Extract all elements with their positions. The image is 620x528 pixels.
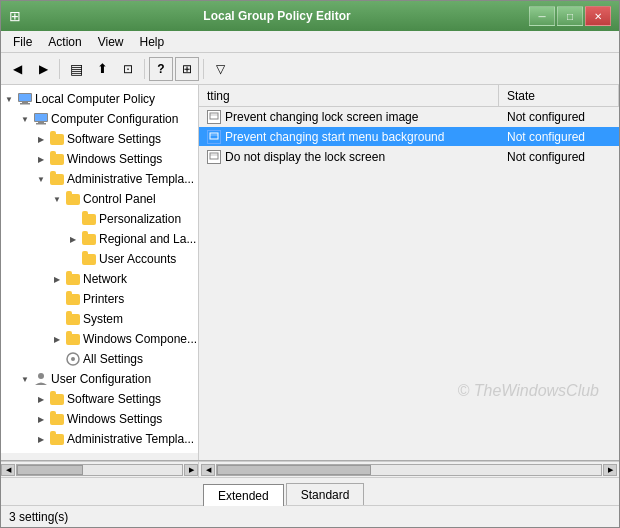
network-label: Network [83,272,127,286]
row2-state: Not configured [499,130,619,144]
help-button[interactable]: ? [149,57,173,81]
left-scroll-right[interactable]: ▶ [184,464,198,476]
control-panel-expander[interactable]: ▼ [49,191,65,207]
watermark: © TheWindowsClub [458,382,599,400]
user-config-expander[interactable]: ▼ [17,371,33,387]
user-accounts-icon [81,251,97,267]
right-panel-container: tting State Prevent changing lock scree [199,85,619,460]
tree-item-user-config[interactable]: ▼ User Configuration [1,369,198,389]
software-1-label: Software Settings [67,132,161,146]
menu-help[interactable]: Help [132,31,173,53]
tree-item-personalization[interactable]: ▶ Personalization [1,209,198,229]
svg-point-10 [38,373,44,379]
computer-config-icon [33,111,49,127]
windows-2-icon [49,411,65,427]
tree-item-printers[interactable]: ▶ Printers [1,289,198,309]
windows-1-expander[interactable]: ▶ [33,151,49,167]
row2-icon [207,130,221,144]
list-header: tting State [199,85,619,107]
computer-config-expander[interactable]: ▼ [17,111,33,127]
network-expander[interactable]: ▶ [49,271,65,287]
regional-expander[interactable]: ▶ [65,231,81,247]
forward-button[interactable]: ▶ [31,57,55,81]
windows-2-expander[interactable]: ▶ [33,411,49,427]
printers-icon [65,291,81,307]
tree-item-admin-2[interactable]: ▶ Administrative Templa... [1,429,198,449]
menu-file[interactable]: File [5,31,40,53]
system-label: System [83,312,123,326]
right-hscroll[interactable]: ◀ ▶ [199,461,619,477]
bottom-scrollbar-area: ◀ ▶ ◀ ▶ [1,460,619,477]
right-scroll-track[interactable] [216,464,602,476]
list-row[interactable]: Prevent changing start menu background N… [199,127,619,147]
row3-icon [207,150,221,164]
row1-setting: Prevent changing lock screen image [199,110,499,124]
root-expander[interactable]: ▼ [1,91,17,107]
user-accounts-label: User Accounts [99,252,176,266]
list-row[interactable]: Do not display the lock screen Not confi… [199,147,619,167]
tree-item-all-settings[interactable]: ▶ All Settings [1,349,198,369]
admin-1-expander[interactable]: ▼ [33,171,49,187]
left-scroll-thumb[interactable] [17,465,83,475]
close-button[interactable]: ✕ [585,6,611,26]
win-components-label: Windows Compone... [83,332,197,346]
list-view[interactable]: Prevent changing lock screen image Not c… [199,107,619,460]
tree-item-control-panel[interactable]: ▼ Control Panel [1,189,198,209]
software-1-expander[interactable]: ▶ [33,131,49,147]
tree-item-win-components[interactable]: ▶ Windows Compone... [1,329,198,349]
tab-extended[interactable]: Extended [203,484,284,506]
left-scroll-left[interactable]: ◀ [1,464,15,476]
show-hide-button[interactable]: ▤ [64,57,88,81]
toolbar-sep-2 [144,59,145,79]
personalization-icon [81,211,97,227]
tree-panel[interactable]: ▼ Local Computer Policy ▼ [1,85,199,453]
right-scroll-left[interactable]: ◀ [201,464,215,476]
software-2-expander[interactable]: ▶ [33,391,49,407]
menu-view[interactable]: View [90,31,132,53]
state-column-header[interactable]: State [499,85,619,106]
tree-item-user-accounts[interactable]: ▶ User Accounts [1,249,198,269]
admin-2-expander[interactable]: ▶ [33,431,49,447]
up-button[interactable]: ⬆ [90,57,114,81]
setting-column-header[interactable]: tting [199,85,499,106]
maximize-button[interactable]: □ [557,6,583,26]
tree-root[interactable]: ▼ Local Computer Policy [1,89,198,109]
browse-button[interactable]: ⊡ [116,57,140,81]
left-scroll-track[interactable] [16,464,183,476]
win-components-expander[interactable]: ▶ [49,331,65,347]
title-bar: ⊞ Local Group Policy Editor ─ □ ✕ [1,1,619,31]
software-1-icon [49,131,65,147]
left-hscroll[interactable]: ◀ ▶ [1,461,199,477]
svg-rect-6 [38,122,44,123]
row3-state: Not configured [499,150,619,164]
tree-item-network[interactable]: ▶ Network [1,269,198,289]
right-scroll-right[interactable]: ▶ [603,464,617,476]
row1-icon [207,110,221,124]
svg-rect-1 [19,94,31,101]
svg-rect-3 [20,103,30,105]
tree-item-windows-2[interactable]: ▶ Windows Settings [1,409,198,429]
tree-item-admin-1[interactable]: ▼ Administrative Templa... [1,169,198,189]
toolbar: ◀ ▶ ▤ ⬆ ⊡ ? ⊞ ▽ [1,53,619,85]
tree-item-windows-1[interactable]: ▶ Windows Settings [1,149,198,169]
row3-setting: Do not display the lock screen [199,150,499,164]
tree-item-regional[interactable]: ▶ Regional and La... [1,229,198,249]
admin-1-icon [49,171,65,187]
tree-item-software-1[interactable]: ▶ Software Settings [1,129,198,149]
system-icon [65,311,81,327]
user-config-icon [33,371,49,387]
back-button[interactable]: ◀ [5,57,29,81]
window-controls: ─ □ ✕ [529,6,611,26]
filter-button[interactable]: ▽ [208,57,232,81]
win-components-icon [65,331,81,347]
tree-item-computer-config[interactable]: ▼ Computer Configuration [1,109,198,129]
menu-action[interactable]: Action [40,31,89,53]
status-text: 3 setting(s) [9,510,68,524]
properties-button[interactable]: ⊞ [175,57,199,81]
tree-item-system[interactable]: ▶ System [1,309,198,329]
right-scroll-thumb[interactable] [217,465,371,475]
minimize-button[interactable]: ─ [529,6,555,26]
list-row[interactable]: Prevent changing lock screen image Not c… [199,107,619,127]
tab-standard[interactable]: Standard [286,483,365,505]
tree-item-software-2[interactable]: ▶ Software Settings [1,389,198,409]
